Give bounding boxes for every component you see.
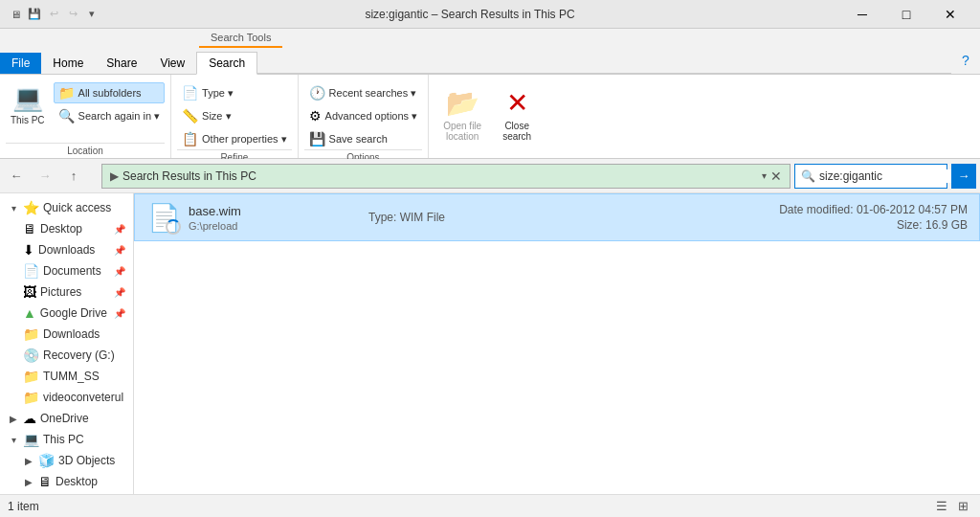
pin-icon: 📌 bbox=[114, 224, 125, 235]
nav-bar: ← → ↑ ▶ Search Results in This PC ▾ ✕ 🔍 … bbox=[0, 159, 980, 193]
redo-qat: ↪ bbox=[65, 7, 80, 22]
address-clear-button[interactable]: ✕ bbox=[770, 169, 782, 184]
window-title: size:gigantic – Search Results in This P… bbox=[100, 8, 840, 21]
window-controls: ─ □ ✕ bbox=[840, 0, 972, 29]
file-meta-right: Date modified: 01-06-2012 04:57 PM Size:… bbox=[779, 203, 968, 232]
up-button[interactable]: ↑ bbox=[61, 164, 86, 189]
large-icons-view-button[interactable]: ⊞ bbox=[953, 497, 972, 516]
address-bar[interactable]: ▶ Search Results in This PC ▾ ✕ bbox=[101, 164, 791, 189]
this-pc-expand[interactable]: ▾ bbox=[8, 434, 19, 445]
sidebar-item-pictures[interactable]: 🖼 Pictures 📌 bbox=[0, 281, 133, 303]
file-info: base.wim G:\preload bbox=[189, 204, 361, 232]
location-group-label: Location bbox=[6, 143, 165, 158]
minimize-button[interactable]: ─ bbox=[840, 0, 884, 29]
desktop-expand[interactable]: ▶ bbox=[23, 476, 34, 487]
file-type: Type: WIM File bbox=[368, 211, 445, 224]
file-date-modified: Date modified: 01-06-2012 04:57 PM bbox=[779, 203, 968, 216]
all-subfolders-button[interactable]: 📁 All subfolders bbox=[54, 82, 166, 103]
sidebar-item-desktop-pc[interactable]: ▶ 🖥 Desktop bbox=[0, 471, 133, 492]
status-bar: 1 item ☰ ⊞ bbox=[0, 494, 980, 517]
tab-share[interactable]: Share bbox=[95, 53, 148, 74]
address-dropdown-arrow[interactable]: ▾ bbox=[762, 170, 767, 181]
3d-expand[interactable]: ▶ bbox=[23, 455, 34, 466]
search-icon: 🔍 bbox=[801, 169, 815, 183]
tab-file[interactable]: File bbox=[0, 53, 41, 74]
other-properties-button[interactable]: 📋 Other properties ▾ bbox=[177, 128, 292, 149]
pin-icon4: 📌 bbox=[114, 287, 125, 298]
sidebar-item-downloads2[interactable]: 📁 Downloads bbox=[0, 324, 133, 345]
sidebar-item-google-drive[interactable]: ▲ Google Drive 📌 bbox=[0, 303, 133, 324]
close-button[interactable]: ✕ bbox=[928, 0, 972, 29]
pin-icon5: 📌 bbox=[114, 308, 125, 319]
sidebar-item-3d-objects[interactable]: ▶ 🧊 3D Objects bbox=[0, 450, 133, 471]
advanced-options-button[interactable]: ⚙ Advanced options ▾ bbox=[304, 105, 423, 126]
sidebar-section-this-pc[interactable]: ▾ 💻 This PC bbox=[0, 429, 133, 450]
sidebar-item-videoconveter[interactable]: 📁 videoconveterul bbox=[0, 387, 133, 408]
open-file-location-button[interactable]: 📂 Open filelocation bbox=[434, 82, 490, 146]
type-button[interactable]: 📄 Type ▾ bbox=[177, 82, 238, 103]
file-name: base.wim bbox=[189, 204, 361, 218]
address-path: Search Results in This PC bbox=[122, 169, 758, 183]
save-qat[interactable]: 💾 bbox=[27, 7, 42, 22]
onedrive-expand[interactable]: ▶ bbox=[8, 413, 19, 424]
size-button[interactable]: 📏 Size ▾ bbox=[177, 105, 235, 126]
undo-qat: ↩ bbox=[46, 7, 61, 22]
title-bar: 🖥 💾 ↩ ↪ ▾ size:gigantic – Search Results… bbox=[0, 0, 980, 29]
item-count: 1 item bbox=[8, 500, 39, 513]
ribbon: 💻 This PC 📁 All subfolders 🔍 Search agai… bbox=[0, 75, 980, 159]
sidebar-section-onedrive[interactable]: ▶ ☁ OneDrive bbox=[0, 408, 133, 429]
recent-searches-button[interactable]: 🕐 Recent searches ▾ bbox=[304, 82, 422, 103]
quick-access-expand[interactable]: ▾ bbox=[8, 202, 19, 214]
tab-home[interactable]: Home bbox=[41, 53, 95, 74]
search-box[interactable]: 🔍 ✕ bbox=[794, 164, 947, 189]
help-button[interactable]: ? bbox=[951, 48, 980, 73]
view-buttons: ☰ ⊞ bbox=[932, 497, 972, 516]
details-view-button[interactable]: ☰ bbox=[932, 497, 951, 516]
ribbon-group-refine: 📄 Type ▾ 📏 Size ▾ 📋 Other properties ▾ R… bbox=[171, 75, 299, 158]
file-icon-wrapper: 📄 bbox=[146, 200, 181, 235]
close-search-button[interactable]: ✕ Closesearch bbox=[494, 82, 540, 146]
sidebar-section-quick-access[interactable]: ▾ ⭐ Quick access bbox=[0, 197, 133, 218]
sidebar-item-desktop[interactable]: 🖥 Desktop 📌 bbox=[0, 218, 133, 239]
file-meta: Type: WIM File bbox=[368, 211, 771, 224]
sidebar: ▾ ⭐ Quick access 🖥 Desktop 📌 ⬇ Downloads… bbox=[0, 193, 134, 494]
file-list: 📄 base.wim G:\preload Type: WIM File Dat… bbox=[134, 193, 980, 494]
qat-dropdown[interactable]: ▾ bbox=[84, 7, 100, 22]
pin-icon3: 📌 bbox=[114, 266, 125, 277]
tab-search[interactable]: Search bbox=[196, 52, 257, 75]
ribbon-group-open-close: 📂 Open filelocation ✕ Closesearch bbox=[429, 75, 546, 158]
save-search-button[interactable]: 💾 Save search bbox=[304, 128, 392, 149]
ribbon-group-location: 💻 This PC 📁 All subfolders 🔍 Search agai… bbox=[0, 75, 171, 158]
search-input[interactable] bbox=[819, 169, 963, 183]
ribbon-group-options: 🕐 Recent searches ▾ ⚙ Advanced options ▾… bbox=[299, 75, 430, 158]
title-bar-left: 🖥 💾 ↩ ↪ ▾ bbox=[8, 7, 100, 22]
sidebar-item-tumm-ss[interactable]: 📁 TUMM_SS bbox=[0, 366, 133, 387]
back-button[interactable]: ← bbox=[4, 164, 29, 189]
sidebar-item-documents[interactable]: 📄 Documents 📌 bbox=[0, 260, 133, 281]
search-again-button[interactable]: 🔍 Search again in ▾ bbox=[54, 105, 166, 126]
search-tools-label: Search Tools bbox=[199, 29, 282, 48]
tab-view[interactable]: View bbox=[148, 53, 196, 74]
system-icon: 🖥 bbox=[8, 7, 23, 22]
pin-icon2: 📌 bbox=[114, 245, 125, 256]
file-size: Size: 16.9 GB bbox=[897, 218, 968, 232]
maximize-button[interactable]: □ bbox=[884, 0, 928, 29]
this-pc-button[interactable]: 💻 This PC bbox=[6, 79, 50, 130]
main-area: ▾ ⭐ Quick access 🖥 Desktop 📌 ⬇ Downloads… bbox=[0, 193, 980, 494]
loading-spinner bbox=[166, 219, 181, 235]
sidebar-item-recovery[interactable]: 💿 Recovery (G:) bbox=[0, 345, 133, 366]
sidebar-item-downloads1[interactable]: ⬇ Downloads 📌 bbox=[0, 239, 133, 260]
search-go-button[interactable]: → bbox=[951, 164, 976, 189]
forward-button[interactable]: → bbox=[33, 164, 57, 189]
file-item-base-wim[interactable]: 📄 base.wim G:\preload Type: WIM File Dat… bbox=[134, 193, 980, 241]
file-path: G:\preload bbox=[189, 220, 361, 232]
